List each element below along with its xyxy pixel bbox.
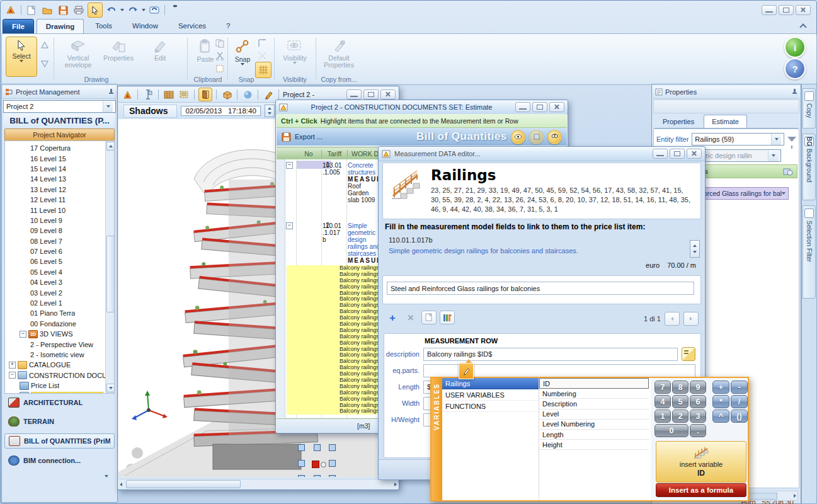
tree-item[interactable]: 06 Level 5: [8, 256, 114, 266]
menu-tab-drawing[interactable]: Drawing: [37, 19, 84, 34]
select-cursor-icon[interactable]: [88, 3, 103, 18]
tree-item[interactable]: 03 Level 2: [8, 287, 114, 297]
key-op-x[interactable]: ^: [712, 410, 729, 423]
key-op-x[interactable]: +: [712, 381, 729, 394]
viewport-restore[interactable]: [363, 89, 379, 100]
tree-item[interactable]: −3D3D VIEWS: [8, 329, 114, 339]
undo-icon[interactable]: [105, 3, 118, 17]
tree-item[interactable]: 14 Level 13: [8, 174, 114, 184]
variable-item[interactable]: Level: [539, 410, 649, 420]
tree-item[interactable]: 01 Piano Terra: [8, 308, 114, 318]
note-icon[interactable]: [682, 347, 695, 361]
shadow-datetime[interactable]: 02/05/201317:18:40: [181, 106, 260, 116]
selection-area-icon[interactable]: [178, 88, 190, 101]
default-properties-button[interactable]: Default Properties: [319, 37, 358, 76]
tree-item[interactable]: 2 - Isometric view: [8, 350, 114, 360]
col-tariff[interactable]: Tariff: [321, 150, 347, 158]
viewport-hscrollbar[interactable]: [118, 479, 398, 489]
tree-item[interactable]: 13 Level 12: [8, 185, 114, 195]
key-op-x[interactable]: -: [731, 381, 748, 394]
variable-item[interactable]: Length: [539, 430, 649, 440]
key-3[interactable]: 3: [690, 410, 706, 423]
estimate-minimize[interactable]: [515, 102, 530, 112]
print-icon[interactable]: [72, 3, 86, 17]
section-tool-icon[interactable]: [142, 88, 154, 101]
hscroll-right-icon[interactable]: [394, 483, 397, 486]
plus-expander-icon[interactable]: +: [9, 362, 16, 369]
variable-category[interactable]: FUNCTIONS: [442, 401, 539, 412]
print-preview-icon[interactable]: [529, 130, 544, 144]
duplicate-row-icon[interactable]: [421, 311, 437, 324]
module-button-boq2[interactable]: BILL of QUANTITIES (PriMus): [4, 433, 115, 449]
tab-properties[interactable]: Properties: [654, 115, 702, 128]
redo-dropdown-icon[interactable]: [142, 9, 146, 11]
key-4[interactable]: 4: [654, 395, 671, 408]
view-connections-icon[interactable]: [511, 130, 525, 144]
snap-button[interactable]: Snap: [230, 37, 255, 76]
price-item-link[interactable]: Simple geometric design railings for bal…: [389, 247, 578, 255]
key-6[interactable]: 6: [690, 395, 706, 408]
key-0[interactable]: 0: [654, 424, 688, 437]
module-button-arch[interactable]: ARCHITECTURAL: [4, 396, 115, 410]
undo-dropdown-icon[interactable]: [120, 9, 124, 11]
tree-item[interactable]: 04 Level 3: [8, 277, 114, 287]
find-icon[interactable]: [547, 130, 562, 144]
side-tab-selection-filter[interactable]: Selection Filter: [803, 205, 816, 299]
variable-item[interactable]: Level Numbering: [539, 420, 649, 430]
col-no[interactable]: No: [296, 150, 321, 158]
tree-item[interactable]: −CONSTRUCTION DOCUMEN: [8, 370, 114, 381]
sphere-tool-icon[interactable]: [241, 88, 254, 101]
library-icon[interactable]: +: [440, 311, 455, 324]
render-mode-icon[interactable]: [163, 88, 175, 101]
filter-icon[interactable]: [787, 137, 796, 142]
copy-icon[interactable]: [214, 38, 226, 49]
menu-tab-?[interactable]: ?: [217, 19, 239, 33]
tree-item[interactable]: 17 Copertura: [8, 143, 114, 153]
formula-edit-icon[interactable]: [459, 363, 474, 379]
visibility-button[interactable]: Visibility: [278, 37, 312, 76]
menu-tab-file[interactable]: File: [3, 19, 34, 34]
measurements-tool-icon[interactable]: [783, 167, 793, 176]
snap-corner-icon[interactable]: [256, 38, 269, 49]
select-button[interactable]: Select: [6, 37, 37, 77]
variable-item[interactable]: ID: [539, 378, 649, 389]
dialog-restore[interactable]: [670, 149, 685, 159]
paste-special-icon[interactable]: [214, 63, 226, 74]
paint-tool-icon[interactable]: [262, 88, 275, 101]
refresh-icon[interactable]: [147, 3, 161, 17]
key-op-x[interactable]: *: [712, 395, 729, 408]
key-8[interactable]: 8: [672, 381, 688, 394]
module-button-bim[interactable]: BIM connection...: [4, 454, 115, 467]
tree-item[interactable]: 09 Level 8: [8, 226, 114, 236]
prev-entity-icon[interactable]: [38, 39, 51, 50]
help-button[interactable]: ?: [784, 58, 806, 79]
estimate-restore[interactable]: [532, 102, 547, 112]
tree-item[interactable]: 11 Level 10: [8, 205, 114, 215]
box-tool-icon[interactable]: [220, 88, 233, 101]
tree-item[interactable]: 10 Level 9: [8, 215, 114, 226]
cut-icon[interactable]: [214, 50, 226, 62]
more-modules-icon[interactable]: [105, 475, 108, 478]
prev-row-icon[interactable]: [665, 312, 680, 326]
side-tab-copy[interactable]: Copy: [803, 88, 816, 129]
viewport-minimize[interactable]: [346, 89, 362, 100]
insert-as-formula-button[interactable]: Insert as a formula: [656, 483, 746, 497]
variable-category[interactable]: USER VARIABLES: [442, 389, 539, 401]
viewport-close[interactable]: [380, 89, 396, 100]
key-op-x[interactable]: /: [731, 395, 748, 408]
tab-estimate[interactable]: Estimate: [704, 115, 747, 128]
datetime-spinner[interactable]: [265, 105, 275, 117]
tree-item[interactable]: 02 Level 1: [8, 298, 114, 308]
customize-toolbar-icon[interactable]: [168, 3, 182, 17]
vertical-envelope-button[interactable]: Vertical envelope: [59, 37, 98, 76]
menu-tab-window[interactable]: Window: [123, 19, 167, 33]
key-2[interactable]: 2: [672, 410, 688, 423]
menu-tab-services[interactable]: Services: [169, 19, 215, 33]
door-tool-icon[interactable]: [198, 88, 212, 101]
new-document-icon[interactable]: [25, 3, 38, 17]
rotation-handle[interactable]: [321, 462, 326, 467]
save-icon[interactable]: [56, 3, 70, 17]
info-button[interactable]: i: [784, 37, 806, 58]
close-button[interactable]: [796, 5, 811, 15]
redo-icon[interactable]: [126, 3, 140, 17]
